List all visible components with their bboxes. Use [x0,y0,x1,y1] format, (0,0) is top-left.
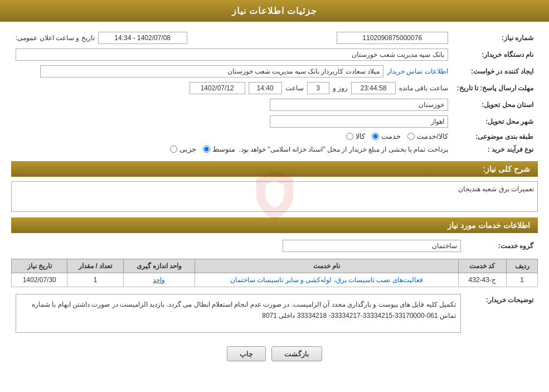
unit-link[interactable]: واحد [153,276,165,284]
deadline-days-field: 3 [307,82,329,94]
service-group-label: گروه خدمت: [465,238,538,254]
services-table: ردیف کد خدمت نام خدمت واحد اندازه گیری ت… [11,259,538,287]
city-label: شهر محل تحویل: [453,113,538,130]
contact-link[interactable]: اطلاعات تماس خریدار [387,67,448,75]
notes-label: توضیحات خریدار: [465,292,538,335]
cat-kala-label: کالا [356,132,365,141]
col-code: کد خدمت [458,259,506,273]
purchase-jozei-label: جزیی [179,145,196,153]
deadline-date-field: 1402/07/12 [190,82,245,94]
org-name-value: بانک سپه مدیریت شعب خوزستان [11,46,453,63]
purchase-note: پرداخت تمام یا بخشی از مبلغ خریدار از مح… [239,146,448,153]
creator-value: اطلاعات تماس خریدار میلاد سعادت کاربرداز… [11,63,453,80]
row-creator: ایجاد کننده در خواست: اطلاعات تماس خریدا… [11,63,538,80]
services-table-header: ردیف کد خدمت نام خدمت واحد اندازه گیری ت… [12,259,538,273]
cat-khadamat[interactable]: خدمت [372,132,401,141]
row-city: شهر محل تحویل: اهواز [11,113,538,130]
print-button[interactable]: چاپ [227,346,266,361]
cat-kala[interactable]: کالا [346,132,365,141]
purchase-type-label: نوع فرآیند خرید : [453,143,538,156]
service-group-value: ساختمان [11,238,465,254]
announce-date-field: 1402/07/08 - 14:34 [98,32,187,44]
deadline-remaining-field: 23:44:58 [351,82,396,94]
notes-value: تکمیل کلیه فایل های پیوست و بارگذاری مجد… [11,292,465,335]
services-header-row: ردیف کد خدمت نام خدمت واحد اندازه گیری ت… [12,259,538,273]
table-row: 1 ج-43-432 فعالیت‌های نصب تاسیسات برق، ل… [12,273,538,287]
deadline-label: مهلت ارسال پاسخ: تا تاریخ: [453,80,538,96]
creator-field: میلاد سعادت کاربرداز بانک سپه مدیریت شعب… [40,65,383,78]
col-row-num: ردیف [507,259,538,273]
col-unit: واحد اندازه گیری [123,259,195,273]
deadline-value: ساعت باقی مانده 23:44:58 روز و 3 ساعت 14… [11,80,453,96]
col-qty: تعداد / مقدار [67,259,123,273]
page-title: جزئیات اطلاعات نیاز [0,0,549,22]
org-name-label: نام دستگاه خریدار: [453,46,538,63]
notes-field: تکمیل کلیه فایل های پیوست و بارگذاری مجد… [16,294,461,333]
cat-kala-khadamat-radio[interactable] [407,133,415,140]
province-value: خوزستان [11,96,453,113]
city-value: اهواز [11,113,453,130]
purchase-motavasset-label: متوسط [212,145,235,153]
creator-label: ایجاد کننده در خواست: [453,63,538,80]
col-date: تاریخ نیاز [12,259,67,273]
cell-code: ج-43-432 [458,273,506,287]
need-number-label: شماره نیاز: [453,30,538,46]
back-button[interactable]: بازگشت [271,346,322,361]
main-info-table: شماره نیاز: 1102090875000076 1402/07/08 … [11,30,538,156]
row-deadline: مهلت ارسال پاسخ: تا تاریخ: ساعت باقی مان… [11,80,538,96]
announce-label: تاریخ و ساعت اعلان عمومی: [16,34,95,42]
province-label: استان محل تحویل: [453,96,538,113]
col-name: نام خدمت [195,259,458,273]
category-label: طبقه بندی موضوعی: [453,130,538,143]
deadline-days-label: روز و [333,84,348,92]
row-org-name: نام دستگاه خریدار: بانک سپه مدیریت شعب خ… [11,46,538,63]
deadline-time-field: 14:40 [249,82,282,94]
service-group-field: ساختمان [283,240,461,252]
cell-date: 1402/07/30 [12,273,67,287]
row-purchase-type: نوع فرآیند خرید : پرداخت تمام یا بخشی از… [11,143,538,156]
cat-kala-khadamat[interactable]: کالا/خدمت [407,132,448,141]
services-table-body: 1 ج-43-432 فعالیت‌های نصب تاسیسات برق، ل… [12,273,538,287]
province-field: خوزستان [270,99,448,111]
row-need-number: شماره نیاز: 1102090875000076 1402/07/08 … [11,30,538,46]
category-value: کالا/خدمت خدمت کالا [11,130,453,143]
row-service-group: گروه خدمت: ساختمان [11,238,538,254]
org-name-field: بانک سپه مدیریت شعب خوزستان [16,49,448,61]
notes-table: توضیحات خریدار: تکمیل کلیه فایل های پیوس… [11,292,538,335]
cat-kala-radio[interactable] [346,133,353,140]
purchase-motavasset-radio[interactable] [203,146,210,153]
purchase-jozei-radio[interactable] [170,146,177,153]
cat-kala-khadamat-label: کالا/خدمت [417,132,448,141]
row-category: طبقه بندی موضوعی: کالا/خدمت خدمت کالا [11,130,538,143]
purchase-jozei[interactable]: جزیی [170,145,196,153]
page-wrapper: جزئیات اطلاعات نیاز شماره نیاز: 11020908… [0,0,549,392]
purchase-motavasset[interactable]: متوسط [203,145,235,153]
deadline-time-label: ساعت [285,84,304,92]
cell-qty: 1 [67,273,123,287]
city-field: اهواز [270,115,448,128]
content-area: شماره نیاز: 1102090875000076 1402/07/08 … [0,22,549,376]
category-radio-group: کالا/خدمت خدمت کالا [16,132,448,141]
cat-khadamat-label: خدمت [381,132,401,141]
watermark-shield-icon [247,169,303,225]
cell-name: فعالیت‌های نصب تاسیسات برق، لوله‌کشی و س… [195,273,458,287]
row-notes: توضیحات خریدار: تکمیل کلیه فایل های پیوس… [11,292,538,335]
purchase-type-value: پرداخت تمام یا بخشی از مبلغ خریدار از مح… [11,143,453,156]
need-desc-container: تعمیرات برق شعبه هندیجان [11,181,538,212]
deadline-remaining-label: ساعت باقی مانده [399,84,448,92]
cell-row-num: 1 [507,273,538,287]
btn-row: بازگشت چاپ [11,340,538,368]
cat-khadamat-radio[interactable] [372,133,379,140]
need-number-value: 1102090875000076 1402/07/08 - 14:34 تاری… [11,30,453,46]
service-group-table: گروه خدمت: ساختمان [11,238,538,254]
cell-unit: واحد [123,273,195,287]
row-province: استان محل تحویل: خوزستان [11,96,538,113]
need-number-field: 1102090875000076 [337,32,448,44]
purchase-radio-group: متوسط جزیی [170,145,235,153]
